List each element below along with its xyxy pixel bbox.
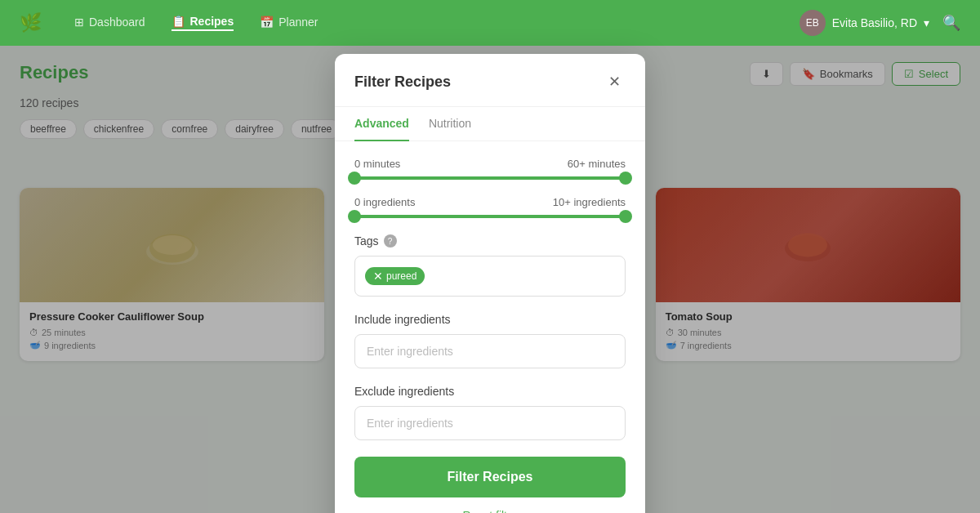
tags-section: Tags ? ✕ pureed bbox=[354, 234, 626, 297]
avatar: EB bbox=[800, 10, 826, 36]
chevron-down-icon: ▾ bbox=[924, 16, 929, 29]
time-min-label: 0 minutes bbox=[354, 158, 400, 170]
tags-input-area[interactable]: ✕ pureed bbox=[354, 256, 626, 297]
time-slider-track[interactable] bbox=[354, 176, 626, 180]
nav-label-recipes: Recipes bbox=[190, 15, 234, 28]
nav-label-dashboard: Dashboard bbox=[89, 16, 145, 29]
nav-item-planner[interactable]: 📅 Planner bbox=[260, 16, 318, 30]
modal-title: Filter Recipes bbox=[354, 74, 451, 91]
modal-close-button[interactable]: ✕ bbox=[603, 70, 626, 93]
include-ingredients-input[interactable] bbox=[354, 334, 626, 368]
user-menu[interactable]: EB Evita Basilio, RD ▾ bbox=[800, 10, 929, 36]
time-slider-fill bbox=[354, 176, 626, 180]
nav-item-recipes[interactable]: 📋 Recipes bbox=[172, 15, 234, 31]
modal-tabs: Advanced Nutrition bbox=[335, 107, 645, 141]
ingredient-slider-fill bbox=[354, 215, 626, 218]
time-slider-thumb-left[interactable] bbox=[348, 172, 361, 185]
modal-overlay: Filter Recipes ✕ Advanced Nutrition bbox=[0, 46, 980, 513]
ingredient-max-label: 10+ ingredients bbox=[553, 196, 626, 208]
tag-remove-pureed[interactable]: ✕ bbox=[373, 270, 383, 282]
modal-body: 0 minutes 60+ minutes 0 ingredients 10+ … bbox=[335, 141, 645, 513]
nav-item-dashboard[interactable]: ⊞ Dashboard bbox=[74, 16, 145, 30]
navbar: 🌿 ⊞ Dashboard 📋 Recipes 📅 Planner EB Evi… bbox=[0, 0, 980, 46]
main-content: Recipes ⬇ 🔖 Bookmarks ☑ Select 120 recip… bbox=[0, 46, 980, 513]
recipes-icon: 📋 bbox=[172, 15, 185, 28]
ingredient-slider-thumb-right[interactable] bbox=[619, 210, 632, 223]
time-slider-thumb-right[interactable] bbox=[619, 172, 632, 185]
tags-label: Tags ? bbox=[354, 234, 626, 248]
ingredient-min-label: 0 ingredients bbox=[354, 196, 415, 208]
exclude-ingredients-section: Exclude ingredients bbox=[354, 385, 626, 440]
nav-menu: ⊞ Dashboard 📋 Recipes 📅 Planner bbox=[74, 15, 800, 31]
time-max-label: 60+ minutes bbox=[568, 158, 626, 170]
modal-header: Filter Recipes ✕ bbox=[335, 54, 645, 107]
navbar-right: EB Evita Basilio, RD ▾ 🔍 bbox=[800, 10, 960, 36]
tag-chip-pureed: ✕ pureed bbox=[365, 267, 425, 285]
tag-chip-label-pureed: pureed bbox=[386, 270, 416, 282]
ingredient-range-section: 0 ingredients 10+ ingredients bbox=[354, 196, 626, 218]
time-range-section: 0 minutes 60+ minutes bbox=[354, 158, 626, 180]
nav-label-planner: Planner bbox=[278, 16, 318, 29]
filter-recipes-button[interactable]: Filter Recipes bbox=[354, 457, 626, 497]
exclude-ingredients-label: Exclude ingredients bbox=[354, 385, 626, 398]
user-name: Evita Basilio, RD bbox=[832, 16, 917, 29]
ingredient-slider-track[interactable] bbox=[354, 215, 626, 218]
dashboard-icon: ⊞ bbox=[74, 16, 84, 29]
app-logo: 🌿 bbox=[20, 12, 42, 33]
tab-nutrition[interactable]: Nutrition bbox=[429, 107, 471, 141]
reset-filter-link[interactable]: Reset filter bbox=[354, 509, 626, 513]
exclude-ingredients-input[interactable] bbox=[354, 406, 626, 440]
ingredient-range-labels: 0 ingredients 10+ ingredients bbox=[354, 196, 626, 208]
help-icon[interactable]: ? bbox=[384, 234, 397, 248]
include-ingredients-section: Include ingredients bbox=[354, 313, 626, 368]
filter-modal: Filter Recipes ✕ Advanced Nutrition bbox=[335, 54, 645, 513]
tab-advanced[interactable]: Advanced bbox=[354, 107, 409, 141]
search-icon[interactable]: 🔍 bbox=[942, 14, 960, 32]
include-ingredients-label: Include ingredients bbox=[354, 313, 626, 326]
ingredient-slider-thumb-left[interactable] bbox=[348, 210, 361, 223]
planner-icon: 📅 bbox=[260, 16, 274, 29]
time-range-labels: 0 minutes 60+ minutes bbox=[354, 158, 626, 170]
close-icon: ✕ bbox=[608, 73, 621, 91]
